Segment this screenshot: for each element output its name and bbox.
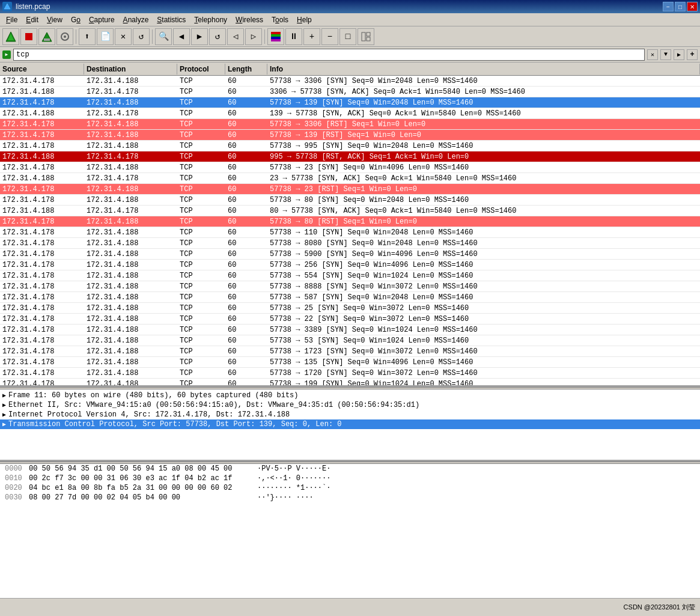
close-button[interactable]: ✕ [687,2,698,11]
options-button[interactable] [56,28,73,45]
packet-row[interactable]: 172.31.4.178172.31.4.188TCP6057738 → 808… [0,238,700,249]
packet-row[interactable]: 172.31.4.178172.31.4.188TCP6057738 → 110… [0,227,700,238]
zoom-out-button[interactable]: + [303,28,320,45]
packet-row[interactable]: 172.31.4.178172.31.4.188TCP6057738 → 554… [0,270,700,281]
packet-row[interactable]: 172.31.4.178172.31.4.188TCP6057738 → 590… [0,249,700,260]
find-button[interactable]: 🔍 [155,28,172,45]
packet-row[interactable]: 172.31.4.178172.31.4.188TCP6057738 → 888… [0,281,700,292]
cell-info: 3306 → 57738 [SYN, ACK] Seq=0 Ack=1 Win=… [267,87,700,97]
menu-capture[interactable]: Capture [85,14,118,25]
packet-row[interactable]: 172.31.4.178172.31.4.188TCP6057738 → 23 … [0,184,700,195]
hex-offset: 0020 [5,484,29,492]
open-button[interactable]: ⬆ [79,28,96,45]
cell-length: 60 [225,282,267,291]
cell-protocol: TCP [177,293,225,302]
filter-clear-button[interactable]: ✕ [647,49,658,60]
save-button[interactable]: 📄 [97,28,114,45]
minimize-button[interactable]: − [663,2,674,11]
cell-length: 60 [225,130,267,140]
cell-length: 60 [225,228,267,237]
colorize-button[interactable] [267,28,284,45]
cell-destination: 172.31.4.188 [84,271,177,281]
cell-info: 139 → 57738 [SYN, ACK] Seq=0 Ack=1 Win=5… [267,109,700,118]
menu-view[interactable]: View [43,14,66,25]
prev-mark-button[interactable]: ◁ [227,28,244,45]
menu-edit[interactable]: Edit [22,14,42,25]
cell-destination: 172.31.4.178 [84,152,177,162]
cell-source: 172.31.4.188 [0,87,84,97]
packet-row[interactable]: 172.31.4.178172.31.4.188TCP6057738 → 80 … [0,195,700,206]
detail-row[interactable]: ▶Transmission Control Protocol, Src Port… [0,419,700,429]
close-file-button[interactable]: ✕ [115,28,132,45]
packet-row[interactable]: 172.31.4.178172.31.4.188TCP6057738 → 22 … [0,314,700,325]
packet-row[interactable]: 172.31.4.188172.31.4.178TCP60995 → 57738… [0,151,700,162]
detail-row[interactable]: ▶Frame 11: 60 bytes on wire (480 bits), … [0,391,700,400]
packet-row[interactable]: 172.31.4.178172.31.4.188TCP6057738 → 53 … [0,335,700,346]
next-button[interactable]: ▶ [191,28,208,45]
layout-button[interactable] [358,28,374,45]
svg-rect-9 [271,34,281,37]
cell-info: 23 → 57738 [SYN, ACK] Seq=0 Ack=1 Win=58… [267,174,700,183]
col-length: Length [225,64,267,75]
cell-info: 57738 → 53 [SYN] Seq=0 Win=1024 Len=0 MS… [267,336,700,346]
packet-row[interactable]: 172.31.4.178172.31.4.188TCP6057738 → 172… [0,346,700,357]
packet-row[interactable]: 172.31.4.178172.31.4.188TCP6057738 → 338… [0,325,700,335]
maximize-button[interactable]: □ [675,2,686,11]
cell-length: 60 [225,379,267,386]
first-button[interactable]: ↺ [209,28,226,45]
packet-row[interactable]: 172.31.4.188172.31.4.178TCP6080 → 57738 … [0,206,700,216]
packet-row[interactable]: 172.31.4.178172.31.4.188TCP6057738 → 330… [0,119,700,130]
restart-button[interactable] [38,28,55,45]
menu-wireless[interactable]: Wireless [232,14,267,25]
cell-destination: 172.31.4.188 [84,184,177,194]
cell-destination: 172.31.4.188 [84,282,177,291]
menu-statistics[interactable]: Statistics [153,14,189,25]
col-info: Info [267,64,700,75]
menu-go[interactable]: Go [67,14,84,25]
menu-file[interactable]: File [2,14,21,25]
filter-add-button[interactable]: + [687,49,698,60]
packet-row[interactable]: 172.31.4.178172.31.4.188TCP6057738 → 995… [0,141,700,151]
packet-row[interactable]: 172.31.4.178172.31.4.188TCP6057738 → 135… [0,357,700,368]
reload-button[interactable]: ↺ [133,28,150,45]
filter-apply-button[interactable]: ▶ [674,49,684,60]
packet-row[interactable]: 172.31.4.188172.31.4.178TCP6023 → 57738 … [0,173,700,184]
cell-protocol: TCP [177,358,225,367]
cell-protocol: TCP [177,152,225,162]
packet-row[interactable]: 172.31.4.178172.31.4.188TCP6057738 → 23 … [0,162,700,173]
packet-row[interactable]: 172.31.4.178172.31.4.188TCP6057738 → 587… [0,292,700,303]
next-mark-button[interactable]: ▷ [245,28,262,45]
cell-info: 57738 → 135 [SYN] Seq=0 Win=4096 Len=0 M… [267,358,700,367]
packet-list-scroll[interactable]: 172.31.4.178172.31.4.188TCP6057738 → 330… [0,76,700,385]
packet-row[interactable]: 172.31.4.188172.31.4.178TCP603306 → 5773… [0,87,700,97]
zoom-in-button[interactable]: ⏸ [285,28,302,45]
packet-row[interactable]: 172.31.4.178172.31.4.188TCP6057738 → 25 … [0,303,700,314]
packet-row[interactable]: 172.31.4.178172.31.4.188TCP6057738 → 172… [0,368,700,379]
resize-columns-button[interactable]: □ [339,28,356,45]
packet-row[interactable]: 172.31.4.178172.31.4.188TCP6057738 → 256… [0,260,700,270]
separator-3 [264,29,265,44]
packet-row[interactable]: 172.31.4.178172.31.4.188TCP6057738 → 139… [0,97,700,108]
menu-tools[interactable]: Tools [268,14,292,25]
shark-start-button[interactable] [2,28,19,45]
packet-row[interactable]: 172.31.4.178172.31.4.188TCP6057738 → 199… [0,379,700,385]
packet-row[interactable]: 172.31.4.178172.31.4.188TCP6057738 → 139… [0,130,700,141]
detail-row[interactable]: ▶Ethernet II, Src: VMware_94:15:a0 (00:5… [0,400,700,410]
menu-help[interactable]: Help [293,14,315,25]
menu-telephony[interactable]: Telephony [190,14,231,25]
stop-button[interactable] [20,28,37,45]
zoom-reset-button[interactable]: − [321,28,338,45]
filter-input[interactable] [13,49,645,61]
packet-row[interactable]: 172.31.4.178172.31.4.188TCP6057738 → 330… [0,76,700,87]
detail-text: Ethernet II, Src: VMware_94:15:a0 (00:50… [8,401,698,409]
cell-length: 60 [225,141,267,151]
filter-dropdown-button[interactable]: ▼ [660,49,671,60]
hex-bytes: 04 bc e1 8a 00 8b fa b5 2a 31 00 00 00 0… [29,484,257,492]
packet-row[interactable]: 172.31.4.188172.31.4.178TCP60139 → 57738… [0,108,700,119]
cell-source: 172.31.4.178 [0,271,84,281]
detail-row[interactable]: ▶Internet Protocol Version 4, Src: 172.3… [0,410,700,419]
packet-row[interactable]: 172.31.4.178172.31.4.188TCP6057738 → 80 … [0,216,700,227]
menu-analyze[interactable]: Analyze [120,14,153,25]
prev-button[interactable]: ◀ [173,28,190,45]
cell-destination: 172.31.4.178 [84,174,177,183]
